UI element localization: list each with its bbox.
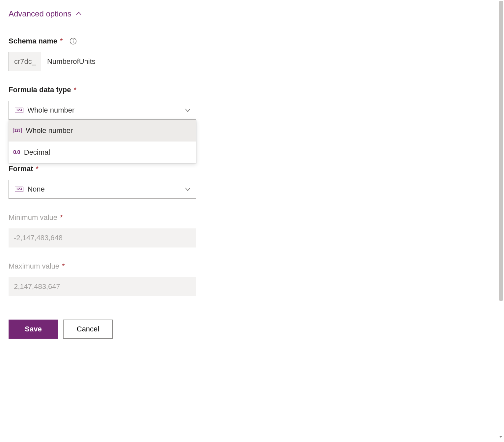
formula-data-type-label: Formula data type * — [9, 86, 374, 94]
advanced-options-label: Advanced options — [9, 9, 71, 18]
formula-data-type-value: Whole number — [27, 106, 180, 115]
option-label: Decimal — [24, 148, 50, 157]
schema-name-input[interactable] — [41, 52, 196, 71]
svg-rect-2 — [73, 40, 73, 43]
formula-data-type-select[interactable]: 123 Whole number — [9, 101, 196, 120]
schema-name-label: Schema name * — [9, 37, 374, 45]
chevron-down-icon — [184, 107, 191, 114]
schema-prefix: cr7dc_ — [9, 52, 41, 71]
vertical-scrollbar[interactable] — [497, 0, 504, 349]
footer-divider — [0, 311, 382, 311]
option-decimal[interactable]: 0.0 Decimal — [9, 142, 196, 163]
maximum-value-input[interactable] — [9, 277, 196, 296]
required-star: * — [60, 213, 63, 222]
formula-data-type-dropdown: 123 Whole number 0.0 Decimal — [9, 120, 196, 163]
required-star: * — [36, 165, 39, 173]
maximum-value-label: Maximum value * — [9, 262, 374, 271]
scroll-thumb[interactable] — [499, 1, 503, 301]
whole-number-icon: 123 — [13, 128, 22, 133]
cancel-button[interactable]: Cancel — [63, 320, 113, 339]
whole-number-icon: 123 — [15, 187, 23, 192]
required-star: * — [60, 37, 63, 45]
save-button[interactable]: Save — [9, 320, 58, 339]
schema-name-input-wrapper: cr7dc_ — [9, 52, 196, 71]
advanced-options-toggle[interactable]: Advanced options — [9, 9, 82, 18]
format-label: Format * — [9, 165, 374, 173]
format-value: None — [27, 185, 180, 194]
format-select[interactable]: 123 None — [9, 180, 196, 199]
option-label: Whole number — [26, 126, 73, 135]
chevron-up-icon — [75, 11, 82, 17]
decimal-icon: 0.0 — [13, 149, 20, 155]
info-icon[interactable] — [70, 38, 77, 45]
minimum-value-label: Minimum value * — [9, 213, 374, 222]
whole-number-icon: 123 — [15, 108, 23, 113]
minimum-value-input[interactable] — [9, 228, 196, 247]
chevron-down-icon — [184, 186, 191, 193]
required-star: * — [73, 86, 76, 94]
option-whole-number[interactable]: 123 Whole number — [9, 120, 196, 142]
svg-point-1 — [72, 39, 73, 40]
required-star: * — [62, 262, 65, 271]
